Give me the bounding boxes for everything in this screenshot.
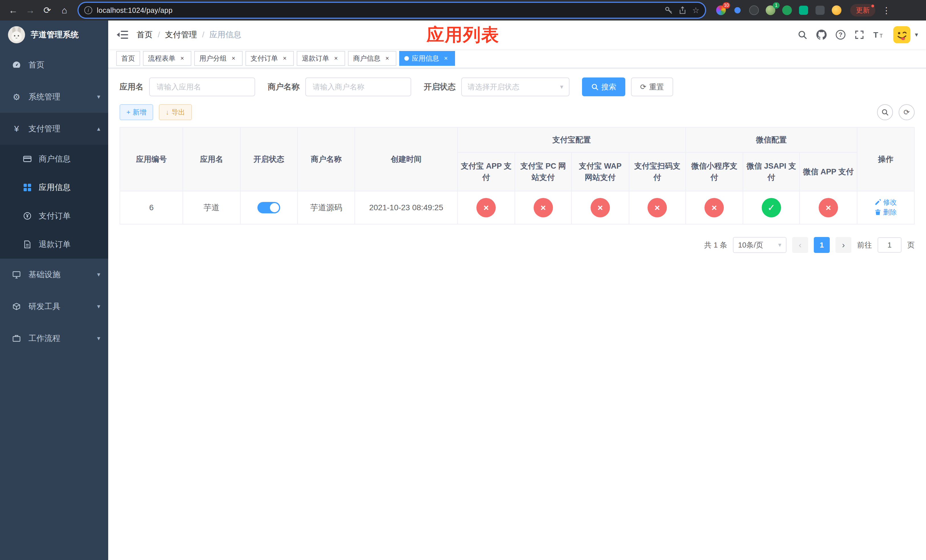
sidebar: 芋道管理系统 首页 ⚙ 系统管理 ▾ ¥ 支付管理 ▴ 商户信息 [0, 21, 108, 560]
share-icon[interactable] [679, 6, 687, 15]
sidebar-logo[interactable]: 芋道管理系统 [0, 21, 108, 49]
app-main: 首页 / 支付管理 / 应用信息 ? TT [108, 21, 926, 560]
breadcrumb-separator: / [158, 30, 160, 39]
browser-update-button[interactable]: 更新 [850, 4, 875, 17]
profile-avatar-icon[interactable] [831, 5, 842, 16]
toggle-search-button[interactable] [877, 104, 893, 120]
page-unit-label: 页 [907, 240, 915, 250]
tab-close-icon[interactable]: × [442, 54, 450, 62]
page-size-select[interactable]: 10条/页 ▾ [733, 237, 787, 253]
extension-dark-square-icon[interactable] [814, 5, 826, 16]
yen-icon: ¥ [11, 124, 22, 133]
avatar[interactable] [893, 26, 910, 43]
status-toggle[interactable] [257, 202, 280, 213]
delete-button[interactable]: 删除 [875, 207, 897, 217]
tab-merchant-info[interactable]: 商户信息× [348, 51, 396, 66]
tab-process-form[interactable]: 流程表单× [143, 51, 191, 66]
total-count: 共 1 条 [704, 240, 727, 250]
tab-close-icon[interactable]: × [178, 54, 186, 62]
browser-reload-button[interactable]: ⟳ [40, 3, 54, 18]
tab-close-icon[interactable]: × [383, 54, 391, 62]
col-header-alipay-app: 支付宝 APP 支付 [458, 152, 515, 191]
browser-chrome: ← → ⟳ ⌂ i localhost:1024/pay/app ☆ 10 1 [0, 0, 926, 21]
cell-actions: 修改 删除 [857, 191, 914, 224]
dashboard-icon [11, 61, 22, 70]
pencil-icon [875, 199, 881, 206]
sidebar-item-app-info[interactable]: 应用信息 [0, 173, 108, 202]
bookmark-star-icon[interactable]: ☆ [692, 6, 699, 15]
github-icon[interactable] [816, 30, 827, 40]
sidebar-item-payment[interactable]: ¥ 支付管理 ▴ [0, 113, 108, 145]
app-name-input[interactable] [149, 77, 255, 96]
sidebar-item-refund-order[interactable]: 退款订单 [0, 230, 108, 259]
tab-pay-order[interactable]: 支付订单× [245, 51, 294, 66]
table-row: 6 芋道 芋道源码 2021-10-23 08:49:25 × × × × × … [120, 191, 914, 224]
extension-blue-dot-icon[interactable] [732, 5, 743, 16]
tab-user-group[interactable]: 用户分组× [194, 51, 243, 66]
site-info-icon[interactable]: i [84, 6, 92, 14]
sidebar-item-label: 首页 [29, 59, 44, 70]
goto-label: 前往 [857, 240, 872, 250]
col-header-status: 开启状态 [240, 127, 298, 191]
tab-label: 首页 [121, 54, 135, 63]
export-button[interactable]: ↓ 导出 [159, 104, 192, 120]
help-icon[interactable]: ? [836, 30, 846, 39]
hamburger-icon[interactable] [108, 30, 137, 39]
button-label: 搜索 [601, 82, 616, 92]
button-label: 修改 [883, 198, 897, 207]
prev-page-button[interactable]: ‹ [792, 237, 808, 253]
caret-down-icon[interactable]: ▾ [915, 31, 918, 38]
breadcrumb-payment[interactable]: 支付管理 [165, 29, 197, 40]
cell-alipay-app: × [458, 191, 515, 224]
fullscreen-icon[interactable] [855, 30, 864, 39]
sidebar-item-workflow[interactable]: 工作流程 ▾ [0, 322, 108, 354]
sidebar-item-label: 应用信息 [39, 182, 71, 193]
tab-close-icon[interactable]: × [281, 54, 289, 62]
browser-menu-icon[interactable]: ⋮ [880, 5, 893, 15]
sidebar-item-system[interactable]: ⚙ 系统管理 ▾ [0, 81, 108, 113]
col-header-actions: 操作 [857, 127, 914, 191]
extension-avatar-icon[interactable]: 1 [765, 5, 776, 16]
address-bar[interactable]: i localhost:1024/pay/app ☆ [79, 3, 705, 18]
search-button[interactable]: 搜索 [582, 77, 625, 96]
sidebar-item-home[interactable]: 首页 [0, 49, 108, 81]
edit-button[interactable]: 修改 [875, 198, 897, 207]
filter-form: 应用名 商户名称 开启状态 请选择开启状态 ▾ 搜索 ⟳ 重置 [120, 77, 915, 96]
add-button[interactable]: + 新增 [120, 104, 153, 120]
tab-app-info[interactable]: 应用信息× [399, 51, 455, 66]
app-table: 应用编号 应用名 开启状态 商户名称 创建时间 支付宝配置 微信配置 操作 支付… [120, 127, 915, 224]
payment-submenu: 商户信息 应用信息 支付订单 退款订单 [0, 145, 108, 259]
sidebar-item-infra[interactable]: 基础设施 ▾ [0, 259, 108, 291]
breadcrumb-home[interactable]: 首页 [137, 29, 153, 40]
app-title: 芋道管理系统 [31, 29, 79, 40]
extension-grid-icon[interactable]: 10 [715, 5, 727, 16]
tab-close-icon[interactable]: × [230, 54, 238, 62]
reset-button[interactable]: ⟳ 重置 [631, 77, 673, 96]
merchant-name-input[interactable] [305, 77, 411, 96]
wechat-mini-status-icon: × [705, 198, 724, 217]
font-size-icon[interactable]: TT [873, 30, 884, 39]
tab-refund-order[interactable]: 退款订单× [297, 51, 345, 66]
password-key-icon[interactable] [664, 6, 673, 15]
col-header-alipay-qr: 支付宝扫码支付 [629, 152, 686, 191]
tab-close-icon[interactable]: × [332, 54, 340, 62]
status-select[interactable]: 请选择开启状态 ▾ [461, 77, 569, 96]
sidebar-item-devtools[interactable]: 研发工具 ▾ [0, 291, 108, 322]
browser-back-button[interactable]: ← [6, 3, 21, 18]
page-1-button[interactable]: 1 [814, 237, 830, 253]
extension-green-circle-icon[interactable] [781, 5, 793, 16]
sidebar-item-merchant-info[interactable]: 商户信息 [0, 145, 108, 173]
next-page-button[interactable]: › [835, 237, 851, 253]
alipay-pc-status-icon: × [534, 198, 553, 217]
sidebar-item-pay-order[interactable]: 支付订单 [0, 202, 108, 230]
refresh-table-button[interactable]: ⟳ [899, 104, 915, 120]
goto-page-input[interactable] [878, 237, 902, 253]
browser-home-button[interactable]: ⌂ [57, 3, 72, 18]
toggle-knob [270, 203, 279, 212]
tab-home[interactable]: 首页 [116, 51, 140, 66]
col-header-merchant: 商户名称 [298, 127, 355, 191]
browser-forward-button[interactable]: → [23, 3, 38, 18]
extension-green-square-icon[interactable] [798, 5, 809, 16]
extension-dark-circle-icon[interactable] [748, 5, 760, 16]
search-icon[interactable] [797, 30, 807, 39]
